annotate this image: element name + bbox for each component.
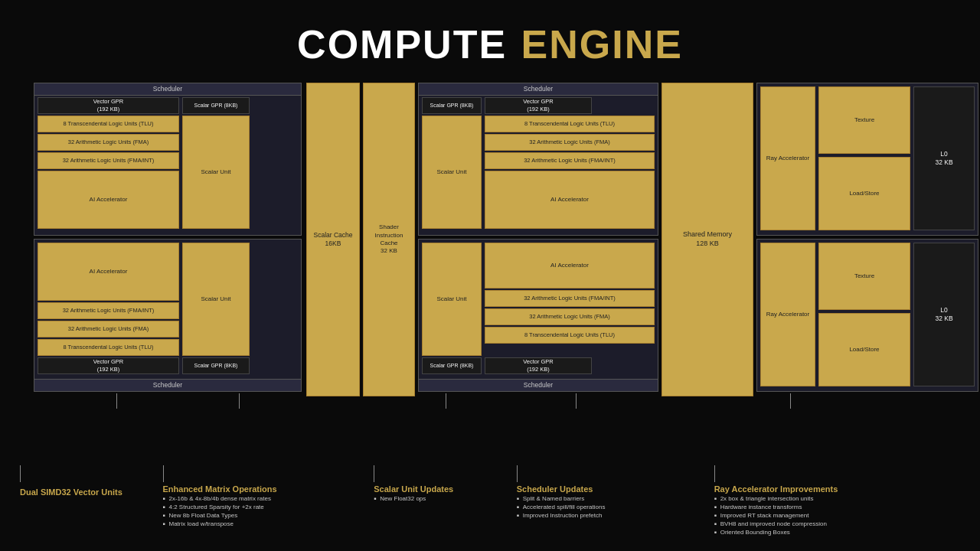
far-right-top-loadstore: Load/Store — [818, 157, 910, 230]
ann-scheduler-item-1: Accelerated spill/fill operations — [517, 504, 708, 510]
ann-ray-item-2: Improved RT stack management — [714, 512, 960, 519]
left-top-fma-int: 32 Arithmetic Logic Units (FMA/INT) — [38, 152, 179, 169]
ann-matrix-item-3: Matrix load w/transpose — [163, 520, 368, 527]
right-bot-vector-gpr: Vector GPR(192 KB) — [485, 357, 592, 374]
right-bot-scalar-unit: Scalar Unit — [422, 243, 482, 356]
scalar-gpr-label: Scalar GPR (8KB) — [194, 102, 238, 109]
right-top-ai-accel: AI Accelerator — [485, 171, 655, 229]
right-bot-scheduler: Scheduler — [419, 379, 658, 391]
left-top-ai-accel: AI Accelerator — [38, 171, 179, 229]
ann-scalar-item-0: New Float32 ops — [374, 495, 511, 502]
left-bot-ai-accel: AI Accelerator — [38, 243, 179, 301]
ann-ray: Ray Accelerator Improvements 2x box & tr… — [711, 465, 963, 537]
left-bottom-block: AI Accelerator Scalar Unit 32 Arithmetic… — [34, 239, 302, 392]
right-bot-scalar-gpr: Scalar GPR (8KB) — [422, 357, 482, 374]
right-bot-fma-int: 32 Arithmetic Logic Units (FMA/INT) — [485, 290, 655, 307]
ann-ray-title: Ray Accelerator Improvements — [714, 484, 960, 494]
right-top-tlu: 8 Transcendental Logic Units (TLU) — [485, 116, 655, 132]
connector-scheduler — [576, 393, 577, 409]
ann-scheduler-item-2: Improved Instruction prefetch — [517, 512, 708, 519]
far-right-bottom: Ray Accelerator Texture L032 KB Load/Sto… — [756, 239, 978, 392]
right-top-vector-gpr: Vector GPR(192 KB) — [485, 97, 592, 114]
left-top-scalar-unit: Scalar Unit — [182, 116, 250, 229]
left-top-scheduler-label: Scheduler — [153, 85, 182, 93]
right-top-fma-int: 32 Arithmetic Logic Units (FMA/INT) — [485, 152, 655, 169]
left-bot-scheduler: Scheduler — [34, 379, 301, 391]
ann-matrix-title: Enhanced Matrix Operations — [163, 484, 368, 494]
right-bot-scheduler-label: Scheduler — [524, 381, 553, 390]
far-right-bot-ray: Ray Accelerator — [760, 243, 815, 386]
scalar-cache-block: Scalar Cache16KB — [306, 83, 360, 396]
ann-dual-simd-title: Dual SIMD32 Vector Units — [20, 487, 122, 497]
ai-accel-label: AI Accelerator — [90, 196, 128, 204]
ann-scheduler-title: Scheduler Updates — [517, 484, 708, 494]
far-right-bot-loadstore: Load/Store — [818, 313, 910, 386]
title-engine: ENGINE — [521, 22, 683, 67]
left-bot-vector-gpr: Vector GPR(192 KB) — [38, 357, 179, 374]
scalar-cache-label: Scalar Cache16KB — [313, 231, 352, 248]
title-compute: COMPUTE — [297, 22, 507, 67]
ann-ray-item-3: BVH8 and improved node compression — [714, 520, 960, 527]
ann-ray-item-1: Hardware instance transforms — [714, 504, 960, 510]
annotations-bar: Dual SIMD32 Vector Units Enhanced Matrix… — [17, 465, 963, 537]
connector-ray — [790, 393, 791, 409]
title-area: COMPUTE ENGINE — [0, 0, 980, 83]
ann-matrix-item-1: 4:2 Structured Sparsity for +2x rate — [163, 504, 368, 510]
right-bottom-block: Scalar Unit AI Accelerator 32 Arithmetic… — [418, 239, 658, 392]
left-bot-scheduler-label: Scheduler — [153, 381, 182, 390]
left-top-scalar-gpr: Scalar GPR (8KB) — [182, 97, 250, 114]
left-bot-fma-int: 32 Arithmetic Logic Units (FMA/INT) — [38, 302, 179, 319]
connector-dual-simd — [116, 393, 117, 409]
shader-cache-label: ShaderInstructionCache32 KB — [375, 223, 403, 256]
right-top-scalar-unit: Scalar Unit — [422, 116, 482, 229]
left-top-tlu: 8 Transcendental Logic Units (TLU) — [38, 116, 179, 132]
ann-scalar: Scalar Unit Updates New Float32 ops — [371, 465, 514, 504]
right-top-scheduler-label: Scheduler — [524, 85, 553, 93]
connector-matrix — [239, 393, 240, 409]
ann-scalar-title: Scalar Unit Updates — [374, 484, 511, 494]
left-bot-tlu: 8 Transcendental Logic Units (TLU) — [38, 339, 179, 356]
left-bot-fma: 32 Arithmetic Logic Units (FMA) — [38, 321, 179, 337]
ann-scheduler: Scheduler Updates Split & Named barriers… — [514, 465, 711, 520]
ann-matrix-item-0: 2x-16b & 4x-8b/4b dense matrix rates — [163, 495, 368, 502]
l0-label: L032 KB — [935, 150, 952, 167]
ann-scheduler-item-0: Split & Named barriers — [517, 495, 708, 502]
left-bot-scalar-unit: Scalar Unit — [182, 243, 250, 356]
ann-ray-item-4: Oriented Bounding Boxes — [714, 529, 960, 536]
right-bot-fma: 32 Arithmetic Logic Units (FMA) — [485, 308, 655, 325]
right-top-scalar-gpr: Scalar GPR (8KB) — [422, 97, 482, 114]
left-top-block: Scheduler Vector GPR(192 KB) Scalar GPR … — [34, 83, 302, 236]
ann-matrix: Enhanced Matrix Operations 2x-16b & 4x-8… — [160, 465, 371, 529]
diagram-area: Scheduler Vector GPR(192 KB) Scalar GPR … — [17, 83, 963, 412]
connector-scalar — [446, 393, 446, 409]
far-right-bot-texture: Texture — [818, 243, 910, 310]
far-right-top: Texture Ray Accelerator L032 KB Load/Sto… — [756, 83, 978, 236]
left-bot-scalar-gpr: Scalar GPR (8KB) — [182, 357, 250, 374]
left-top-vector-gpr: Vector GPR(192 KB) — [38, 97, 179, 114]
loadstore-label: Load/Store — [849, 190, 879, 197]
ray-accel-label: Ray Accelerator — [766, 155, 809, 162]
ann-ray-item-0: 2x box & triangle intersection units — [714, 495, 960, 502]
ann-dual-simd: Dual SIMD32 Vector Units — [17, 465, 160, 498]
scalar-unit-label: Scalar Unit — [201, 168, 230, 176]
right-top-fma: 32 Arithmetic Logic Units (FMA) — [485, 134, 655, 151]
ann-matrix-item-2: New 8b Float Data Types — [163, 512, 368, 519]
left-top-fma: 32 Arithmetic Logic Units (FMA) — [38, 134, 179, 151]
right-top-block: Scheduler Scalar GPR (8KB) Vector GPR(19… — [418, 83, 658, 236]
far-right-top-texture: Texture — [818, 86, 910, 154]
shader-cache-block: ShaderInstructionCache32 KB — [363, 83, 415, 396]
shared-memory-label: Shared Memory128 KB — [683, 230, 732, 248]
far-right-top-ray: Ray Accelerator — [760, 86, 815, 230]
right-bot-tlu: 8 Transcendental Logic Units (TLU) — [485, 327, 655, 344]
far-right-top-l0: L032 KB — [913, 86, 975, 230]
right-bot-ai-accel: AI Accelerator — [485, 243, 655, 289]
far-right-bot-l0: L032 KB — [913, 243, 975, 386]
texture-label: Texture — [854, 116, 874, 124]
shared-memory-block: Shared Memory128 KB — [662, 83, 753, 396]
